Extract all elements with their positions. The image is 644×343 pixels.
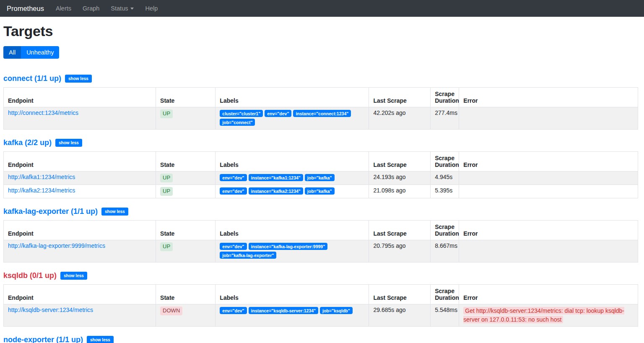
target-filter-group: All Unhealthy xyxy=(3,46,59,59)
column-header-error: Error xyxy=(459,221,638,240)
label-badge: instance="kafka1:1234" xyxy=(249,174,303,181)
table-header-row: EndpointStateLabelsLast ScrapeScrape Dur… xyxy=(4,221,638,240)
column-header-scrape: Last Scrape xyxy=(369,88,431,107)
label-badge: job="kafka" xyxy=(305,187,335,195)
column-header-duration: Scrape Duration xyxy=(431,221,459,240)
job-title: node-exporter (1/1 up) xyxy=(3,335,83,343)
table-body: http://kafka1:1234/metricsUPenv="dev"ins… xyxy=(4,172,638,198)
label-badge: env="dev" xyxy=(220,243,247,250)
table-header-row: EndpointStateLabelsLast ScrapeScrape Dur… xyxy=(4,152,638,172)
nav-item-graph[interactable]: Graph xyxy=(83,5,99,12)
scrape-duration-cell: 4.945s xyxy=(431,172,459,185)
labels-cell: env="dev"instance="kafka1:1234"job="kafk… xyxy=(216,172,369,185)
filter-unhealthy-button[interactable]: Unhealthy xyxy=(21,46,59,59)
error-cell xyxy=(459,172,638,185)
targets-table: EndpointStateLabelsLast ScrapeScrape Dur… xyxy=(3,151,638,198)
show-less-button[interactable]: show less xyxy=(60,272,87,280)
column-header-labels: Labels xyxy=(216,88,369,107)
scrape-duration-cell: 5.395s xyxy=(431,185,459,198)
job-section: kafka (2/2 up)show lessEndpointStateLabe… xyxy=(3,138,638,198)
endpoint-cell: http://ksqldb-server:1234/metrics xyxy=(4,304,156,327)
page-title: Targets xyxy=(3,23,638,39)
endpoint-cell: http://kafka-lag-exporter:9999/metrics xyxy=(4,240,156,262)
endpoint-link[interactable]: http://kafka2:1234/metrics xyxy=(8,187,75,194)
table-body: http://kafka-lag-exporter:9999/metricsUP… xyxy=(4,240,638,262)
navbar-brand[interactable]: Prometheus xyxy=(7,5,44,13)
label-badge: instance="ksqldb-server:1234" xyxy=(249,307,318,314)
job-section: node-exporter (1/1 up)show lessEndpointS… xyxy=(3,335,638,343)
filter-all-button[interactable]: All xyxy=(3,46,21,59)
labels-cell: env="dev"instance="ksqldb-server:1234"jo… xyxy=(216,304,369,327)
nav-item-alerts[interactable]: Alerts xyxy=(56,5,71,12)
label-badge: instance="kafka-lag-exporter:9999" xyxy=(249,243,328,250)
error-cell xyxy=(459,240,638,262)
job-header: kafka (2/2 up)show less xyxy=(3,138,638,147)
table-header-row: EndpointStateLabelsLast ScrapeScrape Dur… xyxy=(4,88,638,107)
table-row: http://kafka1:1234/metricsUPenv="dev"ins… xyxy=(4,172,638,185)
targets-page: Targets All Unhealthy connect (1/1 up)sh… xyxy=(0,23,644,343)
column-header-labels: Labels xyxy=(216,221,369,240)
column-header-endpoint: Endpoint xyxy=(4,285,156,304)
error-cell xyxy=(459,107,638,130)
label-badge: env="dev" xyxy=(220,307,247,314)
error-cell: Get http://ksqldb-server:1234/metrics: d… xyxy=(459,304,638,327)
table-row: http://connect:1234/metricsUPcluster="cl… xyxy=(4,107,638,130)
endpoint-link[interactable]: http://kafka-lag-exporter:9999/metrics xyxy=(8,242,105,249)
label-badge: job="connect" xyxy=(220,119,255,126)
table-header: EndpointStateLabelsLast ScrapeScrape Dur… xyxy=(4,221,638,240)
last-scrape-cell: 29.685s ago xyxy=(369,304,431,327)
last-scrape-cell: 21.098s ago xyxy=(369,185,431,198)
table-row: http://kafka2:1234/metricsUPenv="dev"ins… xyxy=(4,185,638,198)
show-less-button[interactable]: show less xyxy=(87,336,114,343)
column-header-duration: Scrape Duration xyxy=(431,152,459,172)
state-badge: UP xyxy=(160,174,173,182)
table-body: http://ksqldb-server:1234/metricsDOWNenv… xyxy=(4,304,638,327)
column-header-labels: Labels xyxy=(216,285,369,304)
targets-table: EndpointStateLabelsLast ScrapeScrape Dur… xyxy=(3,220,638,262)
navbar: Prometheus Alerts Graph Status Help xyxy=(0,0,644,17)
job-section: connect (1/1 up)show lessEndpointStateLa… xyxy=(3,74,638,130)
last-scrape-cell: 24.193s ago xyxy=(369,172,431,185)
error-badge: Get http://ksqldb-server:1234/metrics: d… xyxy=(463,307,624,323)
state-cell: UP xyxy=(156,107,216,130)
state-badge: UP xyxy=(160,109,173,118)
targets-table: EndpointStateLabelsLast ScrapeScrape Dur… xyxy=(3,87,638,130)
show-less-button[interactable]: show less xyxy=(55,139,82,147)
state-cell: UP xyxy=(156,240,216,262)
state-cell: UP xyxy=(156,185,216,198)
column-header-error: Error xyxy=(459,88,638,107)
endpoint-link[interactable]: http://kafka1:1234/metrics xyxy=(8,174,75,180)
label-badge: env="dev" xyxy=(220,174,247,181)
job-header: connect (1/1 up)show less xyxy=(3,74,638,83)
job-title: connect (1/1 up) xyxy=(3,74,61,83)
column-header-state: State xyxy=(156,285,216,304)
endpoint-link[interactable]: http://connect:1234/metrics xyxy=(8,109,78,116)
labels-cell: env="dev"instance="kafka2:1234"job="kafk… xyxy=(216,185,369,198)
column-header-scrape: Last Scrape xyxy=(369,285,431,304)
endpoint-cell: http://kafka2:1234/metrics xyxy=(4,185,156,198)
label-badge: cluster="cluster1" xyxy=(220,110,263,117)
nav-item-help[interactable]: Help xyxy=(145,5,158,12)
state-cell: UP xyxy=(156,172,216,185)
endpoint-link[interactable]: http://ksqldb-server:1234/metrics xyxy=(8,307,93,313)
column-header-endpoint: Endpoint xyxy=(4,152,156,172)
job-section: ksqldb (0/1 up)show lessEndpointStateLab… xyxy=(3,271,638,327)
table-header: EndpointStateLabelsLast ScrapeScrape Dur… xyxy=(4,88,638,107)
state-badge: UP xyxy=(160,242,173,251)
job-section: kafka-lag-exporter (1/1 up)show lessEndp… xyxy=(3,207,638,262)
label-badge: job="ksqldb" xyxy=(320,307,353,314)
label-badge: env="dev" xyxy=(220,187,247,195)
chevron-down-icon xyxy=(130,8,134,10)
job-title: ksqldb (0/1 up) xyxy=(3,271,57,280)
show-less-button[interactable]: show less xyxy=(101,208,128,216)
column-header-duration: Scrape Duration xyxy=(431,88,459,107)
endpoint-cell: http://kafka1:1234/metrics xyxy=(4,172,156,185)
targets-table: EndpointStateLabelsLast ScrapeScrape Dur… xyxy=(3,284,638,327)
nav-item-status-dropdown[interactable]: Status xyxy=(111,5,134,12)
state-badge: DOWN xyxy=(160,307,182,315)
table-header-row: EndpointStateLabelsLast ScrapeScrape Dur… xyxy=(4,285,638,304)
labels-cell: env="dev"instance="kafka-lag-exporter:99… xyxy=(216,240,369,262)
show-less-button[interactable]: show less xyxy=(65,75,92,83)
label-badge: env="dev" xyxy=(265,110,291,117)
table-row: http://ksqldb-server:1234/metricsDOWNenv… xyxy=(4,304,638,327)
